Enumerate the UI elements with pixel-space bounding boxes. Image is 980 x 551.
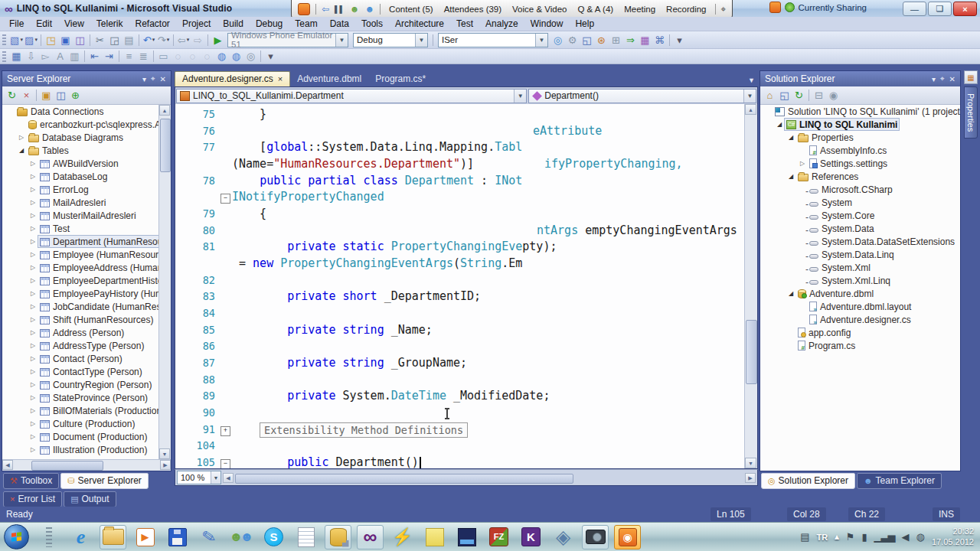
scrollbar-thumb[interactable] <box>746 320 757 384</box>
camera-app-button[interactable] <box>582 525 609 549</box>
label-tool-icon[interactable]: A <box>53 50 67 64</box>
expander-icon[interactable]: ▷ <box>28 160 38 167</box>
lync-icon[interactable] <box>298 3 310 15</box>
tree-item-employeeaddress-humanresources[interactable]: ▷EmployeeAddress (HumanResources) <box>2 261 171 274</box>
scroll-right-icon[interactable]: ▶ <box>160 460 171 470</box>
config-combo[interactable]: Debug▼ <box>353 33 428 47</box>
expander-icon[interactable]: ◢ <box>786 290 795 297</box>
undo-icon[interactable]: ↶▾ <box>142 33 156 47</box>
battery-icon[interactable]: ▮ <box>861 532 867 542</box>
tree-item-shift-humanresources[interactable]: ▷Shift (HumanResources) <box>2 313 171 326</box>
wizard-icon[interactable]: ⊛ <box>594 33 609 47</box>
tree-item-linq-to-sql-kullanimi[interactable]: ◢LINQ to SQL Kullanimi <box>760 118 960 131</box>
meeting-tab-recording[interactable]: Recording <box>663 5 709 14</box>
tree-item-mailadresleri[interactable]: ▷MailAdresleri <box>2 196 171 209</box>
tab-team-explorer[interactable]: ☻Team Explorer <box>857 473 942 489</box>
taskbar-clock[interactable]: 20:32 17.05.2012 <box>932 527 974 548</box>
open-file-icon[interactable]: ◳ <box>44 33 58 47</box>
vs-title-bar[interactable]: ∞ LINQ to SQL Kullanimi - Microsoft Visu… <box>0 0 980 17</box>
scroll-up-icon[interactable]: ▲ <box>745 104 756 115</box>
menu-team[interactable]: Team <box>289 18 323 29</box>
start-button[interactable] <box>3 525 30 549</box>
close-icon[interactable]: ✕ <box>949 75 956 83</box>
uncomment-selection-icon[interactable]: ≣ <box>136 50 151 64</box>
menu-architecture[interactable]: Architecture <box>389 18 450 29</box>
installer-button[interactable] <box>164 525 191 549</box>
scroll-left-icon[interactable]: ◀ <box>2 460 13 470</box>
signal-icon[interactable]: ▁▃▅ <box>874 532 895 542</box>
network-icon[interactable]: ◍ <box>916 532 925 542</box>
restore-button[interactable]: ❏ <box>928 2 952 16</box>
pin-icon[interactable]: ⌖ <box>940 74 945 83</box>
expander-icon[interactable]: ▷ <box>798 160 807 167</box>
meeting-tab-q-a-4[interactable]: Q & A (4) <box>574 5 616 14</box>
pan-orb-icon[interactable]: ◍ <box>214 50 229 64</box>
tree-item-system-data[interactable]: System.Data <box>760 222 960 235</box>
selection-rect-icon[interactable]: ▭ <box>156 50 171 64</box>
windows-explorer-button[interactable] <box>100 525 126 549</box>
toolbar-grip[interactable] <box>2 51 6 62</box>
document-tab-adventure-dbml[interactable]: Adventure.dbml <box>290 72 368 86</box>
code-editor[interactable]: 75 }76eAttribute77 [global::System.Data.… <box>175 104 758 469</box>
chevron-down-icon[interactable]: ▼ <box>415 34 427 47</box>
expander-icon[interactable]: ◢ <box>786 134 795 141</box>
tree-item-addresstype-person[interactable]: ▷AddressType (Person) <box>2 339 171 352</box>
tab-toolbox[interactable]: ⚒Toolbox <box>3 473 59 489</box>
toolbar-overflow-icon[interactable]: ▾ <box>672 33 687 47</box>
pen-tool-button[interactable]: ✎ <box>196 525 223 549</box>
new-window-icon[interactable]: ◱ <box>580 33 594 47</box>
expander-icon[interactable]: ▷ <box>28 186 38 193</box>
show-all-files-icon[interactable]: ◱ <box>777 89 792 103</box>
navigate-forward-icon[interactable]: ⇨ <box>191 33 205 47</box>
copy-icon[interactable]: ◲ <box>107 33 122 47</box>
pin-icon[interactable]: ⌖ <box>721 4 727 15</box>
tree-item-references[interactable]: ◢References <box>760 170 960 183</box>
tree-item-test[interactable]: ▷Test <box>2 222 171 235</box>
lightning-app-button[interactable]: ⚡ <box>389 525 416 549</box>
cut-icon[interactable]: ✂ <box>93 33 107 47</box>
menu-tools[interactable]: Tools <box>355 18 389 29</box>
tree-item-system-data-linq[interactable]: System.Data.Linq <box>760 248 960 261</box>
expander-icon[interactable]: ▷ <box>28 316 38 323</box>
tree-item-errorlog[interactable]: ▷ErrorLog <box>2 183 171 196</box>
meeting-tab-content-5[interactable]: Content (5) <box>386 5 436 14</box>
expander-icon[interactable]: ▷ <box>28 264 38 271</box>
start-debug-icon[interactable]: ▶ <box>211 33 225 47</box>
expander-icon[interactable]: ▷ <box>28 394 38 401</box>
add-connection-icon[interactable]: ▣ <box>39 89 54 103</box>
video-app-button[interactable] <box>453 525 480 549</box>
tree-item-awbuildversion[interactable]: ▷AWBuildVersion <box>2 157 171 170</box>
action-center-icon[interactable]: ⚑ <box>846 532 855 542</box>
toolbar2-overflow-icon[interactable]: ▾ <box>263 50 278 64</box>
menu-help[interactable]: Help <box>569 18 600 29</box>
tree-item-employee-humanresources[interactable]: ▷Employee (HumanResources) <box>2 248 171 261</box>
language-indicator[interactable]: TR <box>817 533 828 542</box>
tab-server-explorer[interactable]: ⛁Server Explorer <box>60 473 149 489</box>
vertical-scrollbar[interactable]: ▲ ▼ <box>744 104 757 468</box>
tree-item-countryregion-person[interactable]: ▷CountryRegion (Person) <box>2 378 171 391</box>
tree-item-properties[interactable]: ◢Properties <box>760 131 960 144</box>
expander-icon[interactable]: ▷ <box>28 225 38 232</box>
pause-icon[interactable]: ▌▌ <box>335 5 345 13</box>
horizontal-scrollbar[interactable]: ◀ ▶ <box>221 470 757 485</box>
document-tab-adventure-designer-cs[interactable]: Adventure.designer.cs× <box>175 71 290 86</box>
tree-item-musterimailadresleri[interactable]: ▷MusteriMailAdresleri <box>2 209 171 222</box>
chevron-down-icon[interactable]: ▼ <box>743 90 756 103</box>
export-icon[interactable]: ⇒ <box>623 33 638 47</box>
expander-icon[interactable]: ▷ <box>28 420 38 427</box>
collapsed-region-box[interactable]: Extensibility Method Definitions <box>260 422 468 438</box>
tree-item-illustration-production[interactable]: ▷Illustration (Production) <box>2 443 171 456</box>
meeting-tab-attendees-39[interactable]: Attendees (39) <box>441 5 505 14</box>
show-hidden-icons[interactable]: ▴ <box>835 532 839 542</box>
media-player-button[interactable]: ▶ <box>132 525 158 549</box>
scroll-left-icon[interactable]: ◀ <box>223 473 234 483</box>
back-arrow-icon[interactable]: ⇦ <box>322 4 329 15</box>
attendee-add-icon[interactable]: ☻ <box>350 4 360 15</box>
expander-icon[interactable]: ▷ <box>28 381 38 388</box>
tree-item-program-cs[interactable]: Program.cs <box>760 339 960 352</box>
close-icon[interactable]: × <box>278 74 283 83</box>
skype-button[interactable]: S <box>260 525 287 549</box>
scrollbar-thumb[interactable] <box>160 119 171 172</box>
find-symbol-icon[interactable]: ◎ <box>550 33 565 47</box>
horizontal-scrollbar[interactable]: ◀ ▶ <box>2 459 171 471</box>
